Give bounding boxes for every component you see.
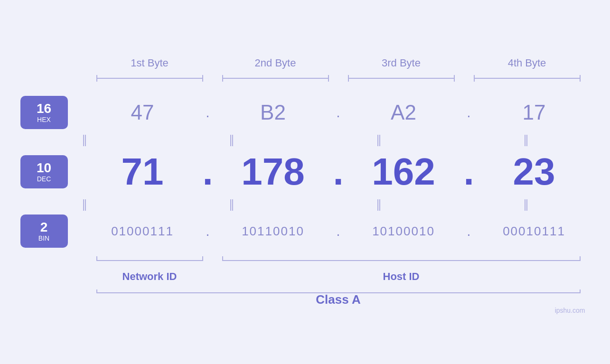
hex-val-4: 17 — [479, 101, 590, 124]
eq-1-4: ‖ — [462, 133, 590, 146]
dec-base-number: 10 — [37, 161, 51, 176]
class-section: Class A — [87, 292, 590, 307]
eq-2-3: ‖ — [315, 197, 443, 211]
class-label: Class A — [87, 292, 590, 307]
byte-headers-row: 1st Byte 2nd Byte 3rd Byte 4th Byte — [87, 57, 590, 69]
bracket-1 — [87, 74, 213, 82]
dec-badge: 10 DEC — [20, 155, 68, 188]
eq-1-1: ‖ — [20, 133, 149, 146]
bin-dot-1: . — [198, 223, 217, 239]
bin-dot-2: . — [329, 223, 348, 239]
eq-2-4: ‖ — [462, 197, 590, 211]
hex-dot-2: . — [329, 104, 348, 121]
eq-1-2: ‖ — [168, 133, 296, 146]
main-container: 1st Byte 2nd Byte 3rd Byte 4th Byte 16 H… — [20, 47, 590, 317]
host-bracket — [222, 260, 581, 261]
hex-val-2: B2 — [217, 101, 329, 124]
hex-badge: 16 HEX — [20, 96, 68, 129]
byte-header-4: 4th Byte — [464, 57, 590, 69]
bin-base-number: 2 — [40, 220, 48, 235]
bin-val-4: 00010111 — [479, 224, 590, 239]
dec-row: 10 DEC 71 . 178 . 162 . 23 — [20, 150, 590, 194]
bin-base-label: BIN — [38, 234, 49, 242]
hex-values: 47 . B2 . A2 . 17 — [87, 101, 590, 124]
hex-row: 16 HEX 47 . B2 . A2 . 17 — [20, 96, 590, 129]
dec-val-2: 178 — [217, 150, 329, 194]
byte-header-2: 2nd Byte — [213, 57, 338, 69]
host-id-label: Host ID — [213, 271, 590, 283]
bin-val-1: 01000111 — [87, 224, 198, 239]
eq-2-1: ‖ — [20, 197, 149, 211]
bracket-3 — [338, 74, 464, 82]
hex-val-1: 47 — [87, 101, 198, 124]
id-labels: Network ID Host ID — [87, 271, 590, 283]
network-id-label: Network ID — [87, 271, 213, 283]
hex-val-3: A2 — [348, 101, 460, 124]
watermark: ipshu.com — [555, 307, 585, 314]
dec-dot-2: . — [329, 153, 348, 191]
bin-val-2: 10110010 — [217, 224, 329, 239]
id-brackets — [87, 252, 590, 267]
hex-dot-3: . — [460, 104, 479, 121]
dec-val-4: 23 — [479, 150, 590, 194]
top-brackets — [87, 74, 590, 82]
dec-val-3: 162 — [348, 150, 460, 194]
equals-row-2: ‖ ‖ ‖ ‖ — [20, 197, 590, 211]
bin-dot-3: . — [460, 223, 479, 239]
dec-val-1: 71 — [87, 150, 198, 194]
bin-values: 01000111 . 10110010 . 10100010 . 0001011… — [87, 223, 590, 239]
bin-row: 2 BIN 01000111 . 10110010 . 10100010 . 0… — [20, 215, 590, 248]
dec-base-label: DEC — [37, 175, 51, 183]
bin-badge: 2 BIN — [20, 215, 68, 248]
network-bracket — [96, 260, 203, 261]
dec-dot-3: . — [460, 153, 479, 191]
hex-base-label: HEX — [37, 116, 51, 123]
bottom-section: Network ID Host ID — [87, 252, 590, 283]
byte-header-3: 3rd Byte — [338, 57, 464, 69]
hex-dot-1: . — [198, 104, 217, 121]
eq-2-2: ‖ — [168, 197, 296, 211]
eq-1-3: ‖ — [315, 133, 443, 146]
bracket-2 — [213, 74, 338, 82]
class-bracket — [96, 292, 581, 293]
equals-row-1: ‖ ‖ ‖ ‖ — [20, 133, 590, 146]
hex-base-number: 16 — [37, 102, 51, 116]
byte-header-1: 1st Byte — [87, 57, 213, 69]
dec-dot-1: . — [198, 153, 217, 191]
bracket-4 — [464, 74, 590, 82]
bin-val-3: 10100010 — [348, 224, 460, 239]
dec-values: 71 . 178 . 162 . 23 — [87, 150, 590, 194]
